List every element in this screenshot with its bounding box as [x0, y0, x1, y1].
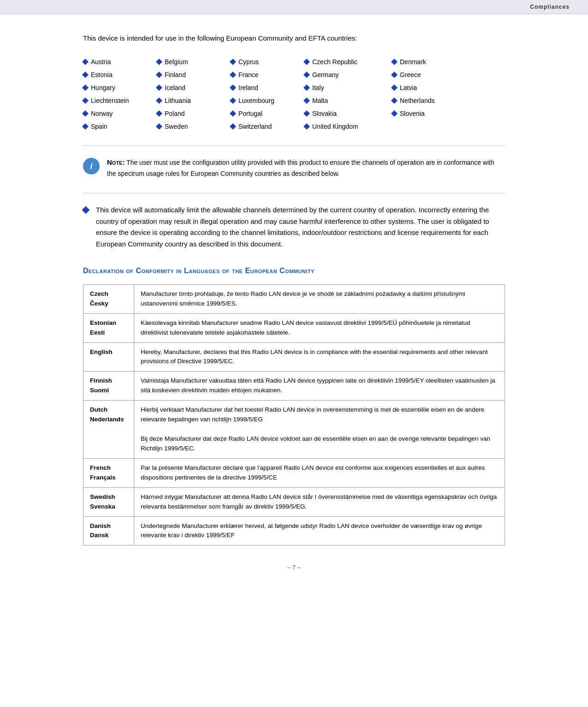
country-label: Norway [91, 110, 113, 117]
country-label: Luxembourg [238, 97, 274, 104]
country-item: Belgium [157, 57, 231, 67]
country-item: Sweden [157, 121, 231, 132]
bullet-section: This device will automatically limit the… [83, 204, 505, 250]
diamond-icon [156, 97, 162, 104]
country-item: Ireland [231, 83, 304, 93]
country-item: Luxembourg [231, 96, 304, 106]
country-item: Estonia [83, 70, 157, 80]
diamond-icon [82, 72, 89, 78]
table-row: FrenchFrançaisPar la présente Manufactur… [83, 458, 505, 487]
diamond-icon [230, 84, 236, 91]
diamond-icon [303, 84, 310, 91]
country-label: Belgium [165, 58, 188, 66]
diamond-icon [391, 72, 398, 78]
note-box: i Note: The user must use the configurat… [83, 157, 505, 179]
text-cell: Hereby, Manufacturer, declares that this… [134, 342, 505, 371]
diamond-icon [391, 59, 398, 65]
note-label: Note: [107, 158, 125, 166]
page-number: – 7 – [83, 564, 505, 571]
country-item: Slovenia [392, 108, 466, 119]
lang-cell: DanishDansk [83, 516, 134, 545]
country-item: Latvia [392, 83, 466, 93]
diamond-icon [303, 59, 310, 65]
country-item: Austria [83, 57, 157, 67]
country-label: Cyprus [238, 58, 259, 66]
diamond-icon [303, 72, 310, 78]
country-label: Latvia [400, 84, 417, 91]
table-row: SwedishSvenskaHärmed intygar Manufacture… [83, 487, 505, 516]
diamond-icon [82, 97, 89, 104]
country-label: Ireland [238, 84, 258, 91]
country-item: Poland [157, 108, 231, 119]
diamond-icon [391, 84, 398, 91]
bullet-text: This device will automatically limit the… [96, 204, 505, 250]
table-row: CzechČeskyManufacturer tímto prohlašuje,… [83, 284, 505, 313]
country-label: Sweden [165, 123, 188, 130]
diamond-icon [156, 84, 162, 91]
lang-cell: FinnishSuomi [83, 371, 134, 401]
country-item: Lithuania [157, 96, 231, 106]
diamond-icon [303, 97, 310, 104]
country-item: Norway [83, 108, 157, 119]
country-item: United Kingdom [304, 121, 392, 132]
diamond-icon [156, 123, 162, 130]
text-cell: Valmistaja Manufacturer vakuuttaa täten … [134, 371, 505, 401]
country-label: Liechtenstein [91, 97, 129, 104]
text-cell: Undertegnede Manufacturer erklærer herve… [134, 516, 505, 545]
diamond-icon [156, 72, 162, 78]
countries-grid: AustriaBelgiumCyprusCzech RepublicDenmar… [83, 57, 505, 132]
country-label: Austria [91, 58, 111, 66]
country-item: France [231, 70, 304, 80]
note-icon: i [83, 158, 100, 174]
country-label: Slovakia [312, 110, 337, 117]
country-item: Czech Republic [304, 57, 392, 67]
diamond-icon [82, 59, 89, 65]
country-item: Germany [304, 70, 392, 80]
lang-cell: FrenchFrançais [83, 458, 134, 487]
text-cell: Käesolevaga kinnitab Manufacturer seadme… [134, 313, 505, 342]
country-item: Slovakia [304, 108, 392, 119]
country-label: Lithuania [165, 97, 191, 104]
note-text: Note: The user must use the configuratio… [107, 157, 505, 179]
diamond-icon [230, 72, 236, 78]
text-cell: Härmed intygar Manufacturer att denna Ra… [134, 487, 505, 516]
country-label: Poland [165, 110, 185, 117]
country-label: Estonia [91, 71, 113, 78]
diamond-icon [230, 110, 236, 117]
country-label: Portugal [238, 110, 262, 117]
country-item: Iceland [157, 83, 231, 93]
note-body: The user must use the configuration util… [107, 159, 494, 177]
diamond-icon [391, 97, 398, 104]
country-item: Liechtenstein [83, 96, 157, 106]
country-item: Cyprus [231, 57, 304, 67]
country-item: Portugal [231, 108, 304, 119]
table-row: FinnishSuomiValmistaja Manufacturer vaku… [83, 371, 505, 401]
bullet-diamond-icon [82, 206, 90, 214]
country-label: Netherlands [400, 97, 435, 104]
lang-cell: DutchNederlands [83, 401, 134, 459]
country-item: Denmark [392, 57, 466, 67]
country-label: Finland [165, 71, 186, 78]
bullet-item: This device will automatically limit the… [83, 204, 505, 250]
country-item: Italy [304, 83, 392, 93]
country-label: Hungary [91, 84, 115, 91]
lang-cell: CzechČesky [83, 284, 134, 313]
country-label: France [238, 71, 259, 78]
conformity-table: CzechČeskyManufacturer tímto prohlašuje,… [83, 284, 505, 546]
country-item: Malta [304, 96, 392, 106]
country-item: Finland [157, 70, 231, 80]
diamond-icon [230, 59, 236, 65]
diamond-icon [82, 84, 89, 91]
country-label: Germany [312, 71, 339, 78]
country-item: Netherlands [392, 96, 466, 106]
divider-2 [83, 193, 505, 193]
diamond-icon [230, 97, 236, 104]
country-label: United Kingdom [312, 123, 358, 130]
diamond-icon [303, 110, 310, 117]
diamond-icon [82, 110, 89, 117]
country-item: Hungary [83, 83, 157, 93]
header-title: Compliances [530, 4, 570, 10]
country-label: Slovenia [400, 110, 425, 117]
country-label: Switzerland [238, 123, 272, 130]
table-row: EstonianEestiKäesolevaga kinnitab Manufa… [83, 313, 505, 342]
